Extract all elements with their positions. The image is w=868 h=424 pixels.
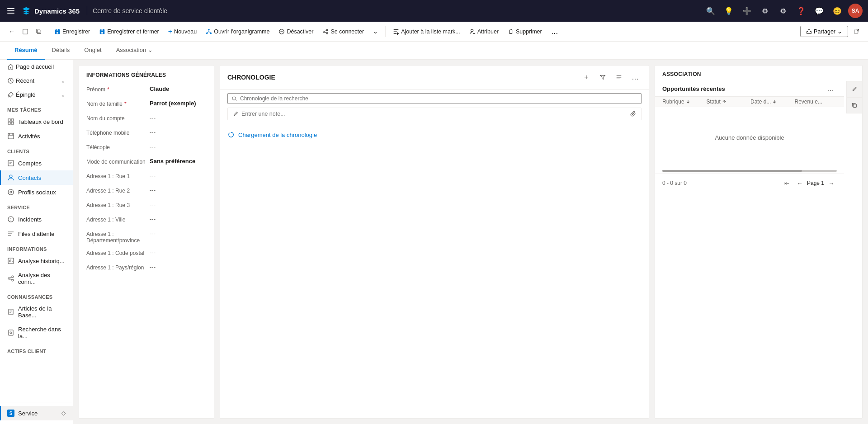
sidebar-item-incidents[interactable]: Incidents [0, 212, 73, 226]
page-next-button[interactable]: → [826, 178, 837, 188]
sidebar-bottom-service[interactable]: S Service ◇ [0, 406, 73, 420]
sidebar-item-activities[interactable]: Activités [0, 129, 73, 143]
app-brand: Dynamics 365 [22, 6, 87, 15]
form-row-4: Télécopie--- [79, 141, 214, 155]
svg-rect-17 [8, 133, 14, 139]
add-icon[interactable]: ➕ [740, 4, 754, 18]
connect-dropdown-button[interactable]: ⌄ [369, 26, 382, 37]
chrono-add-button[interactable]: + [580, 71, 593, 84]
chrono-note-area[interactable] [227, 108, 642, 120]
record-view-button[interactable] [19, 25, 32, 38]
section-label-informations: Informations [0, 241, 73, 254]
lightbulb-icon[interactable]: 💡 [722, 4, 736, 18]
duplicate-button[interactable] [33, 25, 45, 38]
user-avatar[interactable]: SA [848, 4, 863, 18]
chrono-more-button[interactable]: … [629, 71, 642, 84]
sort-asc-icon [722, 99, 726, 104]
form-value-5: Sans préférence [150, 158, 207, 165]
smiley-icon[interactable]: 😊 [830, 4, 844, 18]
chrono-title: CHRONOLOGIE [227, 74, 576, 81]
col-date[interactable]: Date d... [750, 99, 793, 105]
assign-button[interactable]: Attribuer [466, 27, 502, 37]
chrono-layout-button[interactable] [613, 71, 625, 84]
filter-icon[interactable]: ⚙ [758, 4, 772, 18]
tab-resume[interactable]: Résumé [7, 42, 45, 60]
connect-button[interactable]: Se connecter [319, 27, 368, 37]
opp-more-button[interactable]: … [824, 84, 837, 94]
org-chart-button[interactable]: Ouvrir l'organigramme [202, 27, 273, 37]
scrollbar-track[interactable] [662, 170, 837, 172]
delete-button[interactable]: Supprimer [504, 27, 546, 37]
sort-desc-icon [772, 99, 777, 104]
assoc-edit-button[interactable] [846, 81, 863, 97]
general-info-panel: INFORMATIONS GÉNÉRALES Prénom *ClaudeNom… [79, 65, 214, 419]
sidebar-item-queues[interactable]: Files d'attente [0, 226, 73, 241]
chrono-search-icon [231, 96, 237, 102]
chat-icon[interactable]: 💬 [812, 4, 826, 18]
sidebar-item-dashboards[interactable]: Tableaux de bord [0, 114, 73, 129]
col-revenu[interactable]: Revenu e... [795, 99, 837, 105]
assoc-copy-button[interactable] [846, 97, 863, 113]
main-layout: Page d'accueil Récent ⌄ Épinglé ⌄ Mes tâ… [0, 60, 868, 424]
sidebar-item-connections[interactable]: Analyse des conn... [0, 268, 73, 289]
deactivate-button[interactable]: Désactiver [275, 27, 317, 37]
new-button[interactable]: + Nouveau [165, 26, 200, 37]
chrono-search-input[interactable] [240, 95, 637, 102]
tab-onglet[interactable]: Onglet [77, 42, 108, 60]
form-label-6: Adresse 1 : Rue 1 [86, 172, 150, 179]
svg-rect-14 [11, 119, 14, 121]
top-nav-icons: 🔍 💡 ➕ ⚙ ⚙ ❓ 💬 😊 SA [703, 4, 863, 18]
sidebar-item-contacts[interactable]: Contacts [0, 170, 73, 185]
chrono-search-bar[interactable] [227, 93, 642, 104]
form-label-8: Adresse 1 : Rue 3 [86, 201, 150, 208]
sidebar-item-pinned[interactable]: Épinglé ⌄ [0, 88, 73, 102]
sidebar-item-social-profiles[interactable]: Profils sociaux [0, 185, 73, 199]
association-panel: ASSOCIATION Opportunités récentes … Rubr… [655, 65, 863, 419]
pop-out-button[interactable] [850, 25, 863, 38]
sidebar-item-accounts[interactable]: Comptes [0, 156, 73, 170]
settings-icon[interactable]: ⚙ [776, 4, 790, 18]
svg-point-8 [326, 29, 328, 31]
svg-rect-27 [9, 309, 13, 315]
svg-rect-16 [11, 122, 14, 124]
page-prev-button[interactable]: ← [794, 178, 805, 188]
sidebar-item-historical[interactable]: Analyse historiq... [0, 254, 73, 268]
svg-point-20 [8, 189, 14, 195]
sidebar-item-recent[interactable]: Récent ⌄ [0, 74, 73, 88]
col-statut[interactable]: Statut [707, 99, 749, 105]
assoc-content: Opportunités récentes … Rubrique Statut [655, 81, 862, 192]
hamburger-menu[interactable] [5, 6, 16, 15]
search-icon[interactable]: 🔍 [703, 4, 718, 18]
form-label-12: Adresse 1 : Pays/région [86, 264, 150, 271]
svg-point-19 [9, 175, 12, 178]
save-button[interactable]: Enregistrer [51, 27, 94, 37]
svg-point-3 [208, 28, 210, 30]
edit-icon [232, 111, 239, 117]
form-row-11: Adresse 1 : Code postal--- [79, 246, 214, 261]
svg-rect-31 [853, 104, 856, 107]
add-list-button[interactable]: Ajouter à la liste mark... [389, 27, 464, 37]
chrono-loading[interactable]: Chargement de la chronologie [220, 124, 649, 146]
tab-details[interactable]: Détails [45, 42, 77, 60]
sidebar-item-kb-search[interactable]: Recherche dans la... [0, 322, 73, 343]
tab-association[interactable]: Association ⌄ [109, 42, 160, 60]
form-value-6: --- [150, 172, 207, 179]
form-row-8: Adresse 1 : Rue 3--- [79, 198, 214, 213]
page-first-button[interactable]: ⇤ [782, 178, 793, 188]
share-button[interactable]: Partager ⌄ [800, 26, 848, 37]
required-indicator-0: * [107, 86, 109, 93]
svg-point-29 [10, 332, 12, 334]
save-close-button[interactable]: Enregistrer et fermer [95, 27, 163, 37]
sidebar-item-kb-articles[interactable]: Articles de la Base... [0, 302, 73, 322]
more-actions-button[interactable]: … [547, 26, 562, 38]
sidebar-item-home[interactable]: Page d'accueil [0, 60, 73, 74]
chrono-note-input[interactable] [241, 111, 627, 117]
form-value-3: --- [150, 129, 207, 136]
back-button[interactable]: ← [5, 25, 18, 38]
col-rubrique[interactable]: Rubrique [662, 99, 705, 105]
form-value-8: --- [150, 201, 207, 208]
help-icon[interactable]: ❓ [794, 4, 808, 18]
form-row-0: Prénom *Claude [79, 83, 214, 97]
svg-rect-15 [8, 122, 10, 124]
chrono-filter-button[interactable] [596, 71, 609, 84]
